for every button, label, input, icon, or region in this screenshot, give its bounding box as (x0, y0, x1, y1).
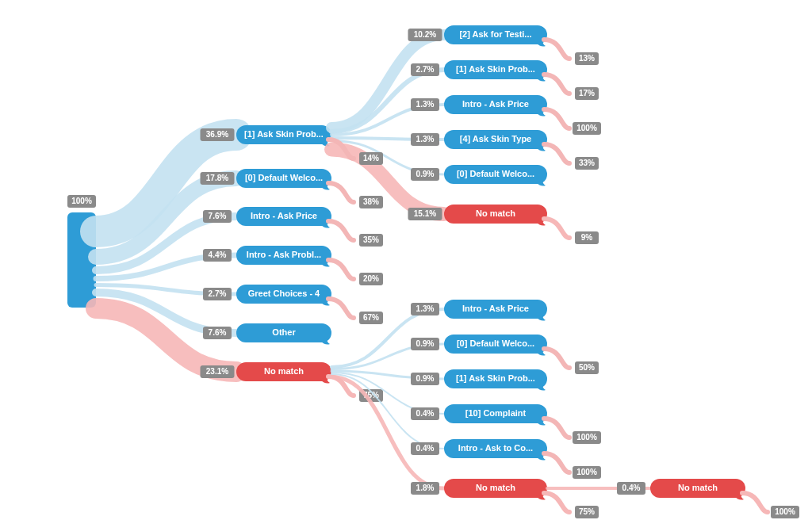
svg-rect-2 (236, 207, 331, 226)
l1-drop-3-curl (328, 260, 354, 279)
l2t-drop-1-curl (544, 75, 569, 94)
l2t-drop-3-badge (575, 157, 599, 170)
svg-rect-4 (236, 285, 331, 304)
level2bot-node-1-pct-badge (411, 338, 439, 350)
level2top-node-1-pct-badge (411, 63, 439, 76)
level2top-node-0-pct-badge (408, 29, 442, 41)
l1-drop-1-curl (328, 183, 354, 202)
l1-drop-1-badge (359, 196, 383, 208)
level2bot-node-5[interactable]: No match (444, 479, 547, 500)
level2top-node-2-pct-badge (411, 98, 439, 111)
svg-rect-19 (650, 479, 745, 498)
level1-node-4[interactable]: Greet Choices - 4 (236, 285, 331, 306)
root-percent-badge (67, 195, 96, 208)
l2t-drop-1-badge (575, 87, 599, 100)
svg-rect-16 (444, 404, 547, 423)
level2bot-node-1[interactable]: [0] Default Welco... (444, 335, 547, 356)
l2b-drop-1-badge (575, 361, 599, 374)
level3-node-0-pct-badge (617, 482, 645, 495)
flow-link (331, 150, 444, 215)
l2b-drop-4-curl (544, 453, 569, 472)
svg-rect-0 (236, 125, 331, 144)
level2top-node-1[interactable]: [1] Ask Skin Prob... (444, 60, 547, 82)
l2t-drop-0-curl (544, 40, 569, 59)
level2top-node-2[interactable]: Intro - Ask Price (444, 95, 547, 117)
level1-node-2-pct-badge (203, 210, 232, 223)
svg-rect-3 (236, 246, 331, 265)
level2top-node-5[interactable]: No match (444, 205, 547, 226)
l2b-drop-4-badge (573, 466, 601, 479)
svg-rect-17 (444, 439, 547, 458)
level2top-node-4-pct-badge (411, 168, 439, 181)
level2top-node-5-pct-badge (408, 208, 442, 220)
l2b-drop-5-curl (544, 493, 569, 512)
l2b-drop-1-curl (544, 349, 569, 368)
level1-node-4-pct-badge (203, 288, 232, 300)
l1-drop-4-badge (359, 312, 383, 324)
level2top-node-3[interactable]: [4] Ask Skin Type (444, 130, 547, 151)
svg-rect-10 (444, 130, 547, 149)
flow-link (331, 35, 444, 128)
l2b-drop-3-curl (544, 419, 569, 438)
level1-node-3-pct-badge (203, 249, 232, 262)
svg-rect-15 (444, 369, 547, 388)
level2bot-node-4[interactable]: Intro - Ask to Co... (444, 439, 547, 461)
svg-rect-13 (444, 300, 547, 319)
level1-node-5[interactable]: Other (236, 323, 331, 345)
level1-node-0-pct-badge (201, 128, 235, 141)
level2bot-node-2-pct-badge (411, 373, 439, 385)
l2t-drop-3-curl (544, 144, 569, 163)
level2bot-node-3[interactable]: [10] Complaint (444, 404, 547, 426)
flow-link (96, 308, 236, 372)
l1-drop-3-badge (359, 273, 383, 285)
svg-rect-11 (444, 165, 547, 184)
l1-drop-2-curl (328, 221, 354, 240)
l2b-drop-3-badge (573, 431, 601, 444)
svg-rect-12 (444, 205, 547, 224)
level1-node-3[interactable]: Intro - Ask Probl... (236, 246, 331, 267)
level2top-node-3-pct-badge (411, 133, 439, 146)
level1-node-6[interactable]: No match (236, 362, 331, 384)
level2bot-node-3-pct-badge (411, 407, 439, 420)
level2top-node-0[interactable]: [2] Ask for Testi... (444, 25, 547, 47)
level1-node-1[interactable]: [0] Default Welco... (236, 169, 331, 190)
svg-rect-8 (444, 60, 547, 79)
l3-drop-0-badge (771, 506, 799, 518)
svg-rect-18 (444, 479, 547, 498)
level2bot-node-0-pct-badge (411, 303, 439, 315)
l2b-drop-5-badge (575, 506, 599, 518)
l2t-drop-2-curl (544, 109, 569, 128)
l1-drop-2-badge (359, 234, 383, 247)
svg-rect-9 (444, 95, 547, 114)
level1-node-6-pct-badge (201, 365, 235, 378)
l1-drop-4-curl (328, 299, 354, 318)
level2bot-node-2[interactable]: [1] Ask Skin Prob... (444, 369, 547, 391)
l3-drop-0-curl (742, 493, 768, 512)
level2top-node-4[interactable]: [0] Default Welco... (444, 165, 547, 186)
level3-node-0[interactable]: No match (650, 479, 745, 500)
l2t-drop-2-badge (573, 122, 601, 135)
svg-rect-14 (444, 335, 547, 354)
level2bot-node-4-pct-badge (411, 442, 439, 455)
svg-rect-5 (236, 323, 331, 342)
l1-drop-0-badge (359, 152, 383, 165)
level1-node-5-pct-badge (203, 327, 232, 339)
l2t-drop-5-curl (544, 219, 569, 238)
l2t-drop-0-badge (575, 52, 599, 65)
l2t-drop-5-badge (575, 231, 599, 244)
svg-rect-7 (444, 25, 547, 44)
svg-rect-6 (236, 362, 331, 381)
level1-node-1-pct-badge (201, 172, 235, 185)
level2bot-node-0[interactable]: Intro - Ask Price (444, 300, 547, 321)
level2bot-node-5-pct-badge (411, 482, 439, 495)
level1-node-2[interactable]: Intro - Ask Price (236, 207, 331, 228)
level1-node-0[interactable]: [1] Ask Skin Prob... (236, 125, 331, 147)
svg-rect-1 (236, 169, 331, 188)
